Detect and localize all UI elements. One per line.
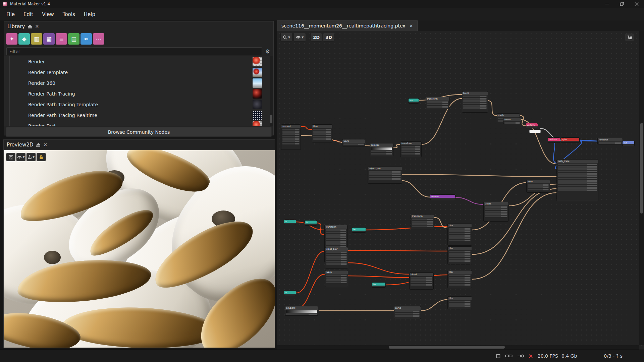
node-parameter-row[interactable] (282, 129, 300, 130)
library-category-workflow[interactable]: ▤ (68, 33, 79, 45)
graph-horizontal-scrollbar-thumb[interactable] (389, 346, 505, 349)
node-parameter-row[interactable] (326, 282, 347, 283)
node-parameter-row[interactable] (558, 166, 597, 168)
node-parameter-row[interactable] (326, 243, 346, 245)
node-parameter-row[interactable] (449, 284, 471, 286)
node-parameter-row[interactable] (427, 106, 448, 108)
node-parameter-row[interactable] (449, 260, 471, 262)
graph-node-voronoi[interactable]: voronoi (281, 124, 301, 150)
node-parameter-row[interactable] (395, 313, 420, 314)
node-parameter-row[interactable] (343, 143, 364, 145)
node-parameter-row[interactable] (412, 226, 433, 227)
node-parameter-row[interactable] (427, 104, 448, 105)
node-parameter-row[interactable] (313, 129, 331, 130)
cancel-render-icon[interactable] (529, 354, 533, 358)
node-parameter-row[interactable] (558, 180, 597, 182)
node-parameter-row[interactable] (463, 100, 487, 102)
node-parameter-row[interactable] (449, 277, 471, 279)
menu-help[interactable]: Help (79, 9, 100, 19)
node-parameter-row[interactable] (463, 103, 487, 104)
graph-tab[interactable]: scene116__momentum26__realtimepathtracin… (277, 20, 418, 31)
graph-node-blur[interactable]: blur (447, 296, 472, 309)
node-parameter-row[interactable] (326, 261, 347, 262)
node-parameter-row[interactable] (463, 98, 487, 100)
graph-node-remote[interactable]: remote (430, 194, 455, 200)
library-item[interactable]: Render Path Tracing (4, 88, 273, 99)
node-parameter-row[interactable] (282, 143, 300, 144)
node-parameter-row[interactable] (558, 168, 597, 170)
graph-node-curve[interactable]: curve (394, 306, 421, 319)
library-category-noise[interactable]: ▩ (43, 33, 55, 45)
graph-node-in[interactable]: in (284, 220, 296, 225)
menu-file[interactable]: File (2, 9, 19, 19)
library-category-shapes-3d[interactable]: ◆ (18, 33, 30, 45)
node-parameter-row[interactable] (449, 240, 471, 241)
graph-view-options-button[interactable]: ▼ (293, 33, 306, 42)
graph-node-tiler[interactable]: tiler (447, 270, 472, 288)
library-item[interactable]: Render Path Tracing Template (4, 99, 273, 110)
library-scrollbar-thumb[interactable] (270, 115, 272, 123)
graph-node-uniform[interactable]: uniform (526, 123, 538, 128)
library-item[interactable]: Render Path Tracing Realtime (4, 110, 273, 121)
menu-view[interactable]: View (38, 9, 58, 19)
preview-lock-button[interactable] (37, 153, 46, 161)
minimize-button[interactable] (600, 0, 614, 8)
node-parameter-row[interactable] (449, 237, 471, 239)
node-parameter-row[interactable] (449, 255, 471, 257)
node-parameter-row[interactable] (326, 239, 346, 240)
node-parameter-row[interactable] (282, 133, 300, 135)
library-item[interactable]: Render 360 (4, 78, 273, 88)
node-parameter-row[interactable] (558, 182, 597, 184)
node-parameter-row[interactable] (401, 146, 420, 147)
node-parameter-row[interactable] (449, 305, 471, 307)
node-parameter-row[interactable] (558, 175, 597, 177)
node-parameter-row[interactable] (313, 136, 331, 137)
library-scrollbar[interactable] (270, 56, 273, 126)
node-parameter-row[interactable] (326, 256, 347, 258)
menu-tools[interactable]: Tools (58, 9, 79, 19)
node-parameter-row[interactable] (558, 187, 597, 189)
node-parameter-row[interactable] (449, 253, 471, 255)
float-panel-button[interactable] (28, 25, 32, 28)
node-parameter-row[interactable] (411, 284, 432, 286)
graph-node-transform[interactable]: transform (400, 141, 422, 157)
library-category-patterns[interactable]: ▦ (31, 33, 42, 45)
node-parameter-row[interactable] (449, 251, 471, 252)
node-parameter-row[interactable] (326, 275, 347, 276)
node-parameter-row[interactable] (528, 184, 549, 186)
node-parameter-row[interactable] (326, 258, 347, 260)
graph-node-path_trace[interactable]: path_trace (556, 159, 598, 201)
node-parameter-row[interactable] (326, 263, 347, 265)
node-parameter-row[interactable] (449, 235, 471, 237)
graph-node-rgba[interactable]: rgba (561, 137, 580, 143)
browse-community-nodes-button[interactable]: Browse Community Nodes (6, 127, 272, 137)
graph-node-swatch[interactable] (529, 130, 541, 133)
node-parameter-row[interactable] (371, 153, 392, 155)
node-parameter-row[interactable] (504, 122, 520, 124)
node-parameter-row[interactable] (411, 279, 432, 281)
node-parameter-row[interactable] (395, 310, 420, 312)
node-parameter-row[interactable] (326, 279, 347, 281)
node-parameter-row[interactable] (449, 303, 471, 305)
graph-node-tiler[interactable]: tiler (447, 246, 472, 264)
node-parameter-row[interactable] (427, 101, 448, 103)
node-parameter-row[interactable] (412, 221, 433, 223)
node-parameter-row[interactable] (558, 173, 597, 175)
library-item[interactable]: Render Template (4, 67, 273, 78)
node-parameter-row[interactable] (282, 138, 300, 140)
graph-node-tiler[interactable]: tiler (447, 224, 472, 246)
node-parameter-row[interactable] (401, 150, 420, 152)
graph-node-uniform[interactable]: uniform (548, 137, 560, 143)
filter-input[interactable] (6, 47, 262, 55)
node-parameter-row[interactable] (449, 233, 471, 234)
node-parameter-row[interactable] (485, 208, 507, 210)
node-parameter-row[interactable] (412, 219, 433, 220)
gear-icon[interactable]: ⚙ (264, 48, 271, 55)
graph-hierarchy-button[interactable] (625, 34, 634, 41)
node-parameter-row[interactable] (463, 105, 487, 107)
library-category-filters[interactable]: ≡ (56, 33, 67, 45)
restore-button[interactable] (614, 0, 629, 8)
node-parameter-row[interactable] (449, 228, 471, 230)
graph-node-renderer[interactable]: renderer (597, 138, 623, 144)
node-parameter-row[interactable] (369, 178, 401, 180)
